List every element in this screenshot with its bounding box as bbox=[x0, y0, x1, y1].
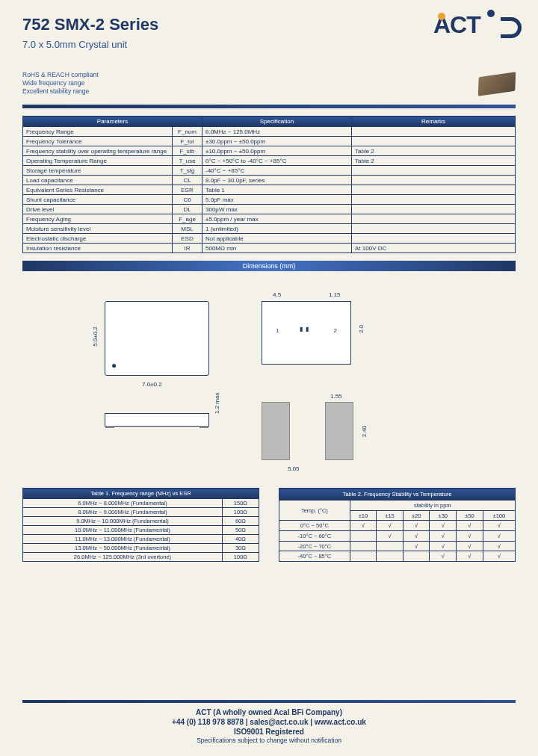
param-sym: CL bbox=[173, 176, 202, 185]
t2-temp: -10°C ~ 60°C bbox=[279, 531, 350, 542]
param-rem bbox=[352, 214, 516, 224]
footer-disclaimer: Specifications subject to change without… bbox=[0, 737, 538, 745]
param-val: 300µW max bbox=[202, 205, 352, 214]
table-row: 11.0MHz ~ 13.000MHz (Fundamental)40Ω bbox=[23, 535, 259, 544]
t2-cell: √ bbox=[457, 551, 483, 562]
param-name: Load capacitance bbox=[23, 176, 173, 185]
t2-cell: √ bbox=[430, 521, 457, 531]
table2-col-stab: stability in ppm bbox=[350, 501, 515, 511]
table-row: 6.0MHz ~ 8.000MHz (Fundamental)150Ω bbox=[23, 499, 259, 508]
t1-freq: 6.0MHz ~ 8.000MHz (Fundamental) bbox=[23, 499, 223, 508]
t1-esr: 150Ω bbox=[222, 499, 259, 508]
param-rem: At 100V DC bbox=[352, 244, 516, 253]
divider-icon bbox=[22, 105, 516, 108]
param-sym: C0 bbox=[173, 195, 202, 205]
table-row: Moisture sensitivity levelMSL1 (unlimite… bbox=[23, 224, 516, 234]
t2-temp: -40°C ~ 85°C bbox=[279, 551, 350, 562]
param-sym: F_age bbox=[173, 214, 202, 224]
table-row: Frequency RangeF_nom6.0MHz ~ 125.0MHz bbox=[23, 127, 516, 137]
dim-bot-w: 5.65 bbox=[288, 465, 300, 472]
dimensions-drawing: ● 7.0±0.2 5.0±0.2 1 2 ▮▮ 4.5 1.15 2.0 1.… bbox=[22, 282, 516, 484]
logo-dot-orange-icon bbox=[438, 13, 445, 20]
pad-left-icon bbox=[262, 402, 290, 460]
footer-divider-icon bbox=[22, 700, 516, 703]
t1-freq: 26.0MHz ~ 125.000MHz (3rd overtone) bbox=[23, 553, 223, 562]
table-row: -10°C ~ 60°C√√√√√ bbox=[279, 531, 516, 542]
section-title-dimensions: Dimensions (mm) bbox=[22, 261, 516, 271]
th-remarks: Remarks bbox=[352, 117, 516, 127]
table-row: Operating Temperature RangeT_use0°C ~ +5… bbox=[23, 156, 516, 166]
param-rem: Table 2 bbox=[352, 156, 516, 166]
t2-head: ±15 bbox=[377, 510, 404, 521]
t2-cell: √ bbox=[377, 531, 404, 542]
parameters-table: Parameters Specification Remarks Frequen… bbox=[22, 116, 516, 253]
param-name: Electrostatic discharge bbox=[23, 234, 173, 244]
param-val: 500MΩ min bbox=[202, 244, 352, 253]
table-row: Equivalent Series ResistanceESRTable 1 bbox=[23, 185, 516, 195]
footer-company: ACT (A wholly owned Acal BFi Company) bbox=[0, 707, 538, 717]
param-sym: T_stg bbox=[173, 166, 202, 176]
pad-right-icon bbox=[325, 402, 353, 460]
t2-cell: √ bbox=[483, 541, 515, 551]
t2-head: ±10 bbox=[350, 510, 377, 521]
header-titles: 752 SMX-2 Series 7.0 x 5.0mm Crystal uni… bbox=[22, 15, 158, 50]
table2-col-temp: Temp. (°C) bbox=[279, 501, 350, 521]
table-row: 0°C ~ 50°C√√√√√√ bbox=[279, 521, 516, 531]
t1-esr: 40Ω bbox=[222, 535, 259, 544]
t2-cell: √ bbox=[483, 521, 515, 531]
page-subtitle: 7.0 x 5.0mm Crystal unit bbox=[22, 39, 158, 50]
t1-freq: 13.0MHz ~ 50.000MHz (Fundamental) bbox=[23, 544, 223, 553]
header: 752 SMX-2 Series 7.0 x 5.0mm Crystal uni… bbox=[22, 15, 516, 56]
t1-freq: 9.0MHz ~ 10.000MHz (Fundamental) bbox=[23, 517, 223, 526]
param-rem bbox=[352, 127, 516, 137]
pin2-label: 2 bbox=[334, 327, 337, 334]
param-rem bbox=[352, 176, 516, 185]
param-sym: DL bbox=[173, 205, 202, 214]
dim-pad-w: 1.55 bbox=[330, 393, 342, 400]
t1-esr: 100Ω bbox=[222, 508, 259, 517]
param-val: 0°C ~ +50°C to -40°C ~ +85°C bbox=[202, 156, 352, 166]
th-spec: Specification bbox=[202, 117, 352, 127]
param-sym: MSL bbox=[173, 224, 202, 234]
t2-cell bbox=[377, 551, 404, 562]
param-rem bbox=[352, 224, 516, 234]
pin1-label: 1 bbox=[276, 327, 279, 334]
pin-dot-icon: ● bbox=[111, 360, 117, 371]
param-sym: F_nom bbox=[173, 127, 202, 137]
param-rem bbox=[352, 166, 516, 176]
param-val: ±10.0ppm ~ ±50.0ppm bbox=[202, 146, 352, 156]
t1-esr: 60Ω bbox=[222, 517, 259, 526]
t2-cell: √ bbox=[483, 551, 515, 562]
param-sym: T_use bbox=[173, 156, 202, 166]
param-rem bbox=[352, 234, 516, 244]
table-row: -20°C ~ 70°C√√√√ bbox=[279, 541, 516, 551]
param-sym: IR bbox=[173, 244, 202, 253]
param-rem: Table 2 bbox=[352, 146, 516, 156]
param-val: Not applicable bbox=[202, 234, 352, 244]
t2-head: ±30 bbox=[430, 510, 457, 521]
param-val: Table 1 bbox=[202, 185, 352, 195]
param-name: Frequency Tolerance bbox=[23, 137, 173, 146]
t2-cell: √ bbox=[403, 521, 430, 531]
table1-esr: Table 1. Frequency range (MHz) vs ESR 6.… bbox=[22, 488, 259, 562]
table-row: Frequency AgingF_age±5.0ppm / year max bbox=[23, 214, 516, 224]
t2-cell bbox=[350, 531, 377, 542]
param-rem bbox=[352, 195, 516, 205]
footprint-view-icon: 1 2 ▮▮ bbox=[262, 301, 351, 365]
param-val: ±30.0ppm ~ ±50.0ppm bbox=[202, 137, 352, 146]
t1-esr: 30Ω bbox=[222, 544, 259, 553]
side-view-icon bbox=[105, 413, 209, 427]
features-list: RoHS & REACH compliant Wide frequency ra… bbox=[22, 71, 516, 96]
param-val: ±5.0ppm / year max bbox=[202, 214, 352, 224]
param-rem bbox=[352, 137, 516, 146]
param-sym: F_stb bbox=[173, 146, 202, 156]
table-row: Shunt capacitanceC05.0pF max bbox=[23, 195, 516, 205]
param-name: Operating Temperature Range bbox=[23, 156, 173, 166]
th-parameters: Parameters bbox=[23, 117, 202, 127]
page-title: 752 SMX-2 Series bbox=[22, 15, 158, 34]
param-name: Equivalent Series Resistance bbox=[23, 185, 173, 195]
table-row: 13.0MHz ~ 50.000MHz (Fundamental)30Ω bbox=[23, 544, 259, 553]
lead-icon bbox=[105, 426, 114, 428]
feature-item: Wide frequency range bbox=[22, 79, 516, 87]
param-sym: ESD bbox=[173, 234, 202, 244]
